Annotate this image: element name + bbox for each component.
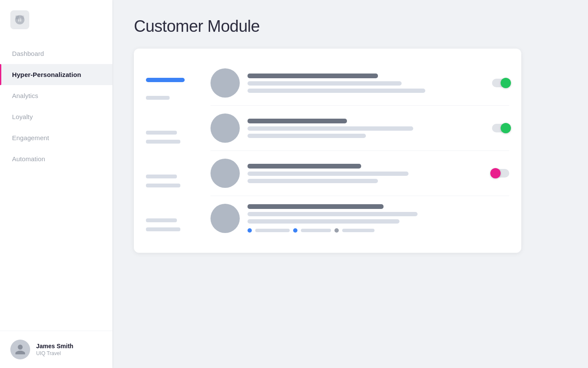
toggle-indicator xyxy=(501,123,511,133)
sidebar-footer: James Smith UIQ Travel xyxy=(0,331,112,368)
sidebar-item-label: Dashboard xyxy=(12,50,44,57)
dot-line xyxy=(301,229,331,232)
toggle-container[interactable] xyxy=(492,79,509,87)
detail-line xyxy=(248,219,399,224)
svg-rect-0 xyxy=(15,15,19,19)
avatar xyxy=(210,113,240,143)
detail-line xyxy=(248,172,409,176)
table-row xyxy=(210,196,509,241)
card-sidebar-item xyxy=(146,184,180,187)
avatar xyxy=(210,68,240,98)
sidebar-item-label: Hyper-Personalization xyxy=(12,71,81,78)
customer-info xyxy=(248,119,484,138)
card-sidebar-item xyxy=(146,140,180,144)
user-info: James Smith UIQ Travel xyxy=(36,343,73,356)
name-line xyxy=(248,204,384,209)
toggle-container[interactable] xyxy=(492,169,509,178)
detail-line xyxy=(248,89,425,93)
toggle-indicator xyxy=(490,168,501,178)
page-title: Customer Module xyxy=(134,17,566,36)
card-sidebar-item xyxy=(146,131,177,135)
dot-blue xyxy=(248,228,252,233)
toggle-container[interactable] xyxy=(492,124,509,132)
toggle-track[interactable] xyxy=(492,169,509,178)
detail-line xyxy=(248,134,366,138)
card-sidebar-item xyxy=(146,96,170,100)
avatar xyxy=(10,340,30,359)
avatar xyxy=(210,204,240,233)
name-line xyxy=(248,164,361,169)
card-sidebar-item xyxy=(146,227,180,231)
sidebar-nav: Dashboard Hyper-Personalization Analytic… xyxy=(0,38,112,331)
customer-info xyxy=(248,74,484,93)
dot-gray xyxy=(334,228,339,233)
dot-blue xyxy=(293,228,297,233)
customer-info xyxy=(248,204,509,233)
user-icon xyxy=(14,343,26,356)
user-company: UIQ Travel xyxy=(36,350,73,356)
table-row xyxy=(210,151,509,196)
main-content: Customer Module xyxy=(112,0,588,368)
name-line xyxy=(248,74,378,78)
card-sidebar-item xyxy=(146,175,177,178)
avatar xyxy=(210,159,240,188)
sidebar-item-label: Engagement xyxy=(12,134,49,141)
logo-svg xyxy=(14,14,25,25)
detail-line xyxy=(248,212,418,216)
sidebar-item-label: Automation xyxy=(12,155,45,163)
detail-line xyxy=(248,81,402,86)
sidebar-item-analytics[interactable]: Analytics xyxy=(0,85,112,106)
card-sidebar xyxy=(146,61,202,241)
detail-line xyxy=(248,126,413,131)
customer-info xyxy=(248,164,484,183)
app-logo-icon xyxy=(10,10,29,29)
customer-module-card xyxy=(134,49,521,253)
sidebar: Dashboard Hyper-Personalization Analytic… xyxy=(0,0,112,368)
sidebar-item-label: Loyalty xyxy=(12,113,33,120)
dot-line xyxy=(255,229,290,232)
toggle-track[interactable] xyxy=(492,124,509,132)
dot-line xyxy=(342,229,374,232)
table-row xyxy=(210,106,509,151)
table-row xyxy=(210,61,509,106)
toggle-track[interactable] xyxy=(492,79,509,87)
card-sidebar-item xyxy=(146,218,177,222)
sidebar-item-engagement[interactable]: Engagement xyxy=(0,127,112,148)
sidebar-item-automation[interactable]: Automation xyxy=(0,148,112,169)
sidebar-logo xyxy=(0,0,112,38)
toggle-indicator xyxy=(501,78,511,88)
info-dots xyxy=(248,228,509,233)
detail-line xyxy=(248,179,378,183)
customer-list xyxy=(210,61,509,241)
user-name: James Smith xyxy=(36,343,73,350)
sidebar-item-loyalty[interactable]: Loyalty xyxy=(0,106,112,127)
card-tab-indicator xyxy=(146,78,185,82)
svg-rect-1 xyxy=(20,15,24,19)
name-line xyxy=(248,119,347,123)
sidebar-item-hyper-personalization[interactable]: Hyper-Personalization xyxy=(0,64,112,85)
sidebar-item-dashboard[interactable]: Dashboard xyxy=(0,43,112,64)
sidebar-item-label: Analytics xyxy=(12,92,38,99)
